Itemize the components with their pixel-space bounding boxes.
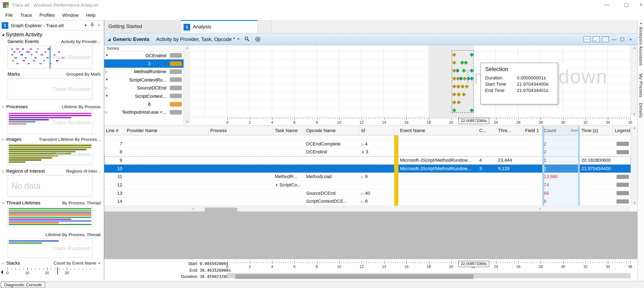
preset-dropdown-icon[interactable]: ▾	[238, 37, 239, 41]
graph-only-view-icon[interactable]	[593, 36, 600, 42]
scroll-down-icon[interactable]: ∨	[631, 111, 638, 117]
series-row[interactable]: ▼DCEndInit	[104, 51, 184, 60]
table-row[interactable]: 7DCEndComplete▷42	[104, 140, 631, 148]
table-row[interactable]: 14ScriptContextDCE...▷88	[104, 198, 631, 206]
scroll-right-icon[interactable]: ›	[537, 206, 543, 212]
expander-icon[interactable]: ▷	[2, 169, 6, 173]
table-row[interactable]: 13SourceDCEnd▷4066	[104, 189, 631, 197]
column-header-provider[interactable]: Provider Name	[125, 126, 208, 135]
column-header-time[interactable]: Time (s)	[580, 126, 613, 135]
graph-item-marks[interactable]: Marks Grouped By Mark	[0, 71, 104, 77]
series-expander-icon[interactable]: ▼	[105, 54, 109, 57]
thumbnail-marks[interactable]: Trace Rundown	[8, 78, 92, 100]
pin-icon[interactable]	[89, 23, 96, 28]
tab-my-presets[interactable]: My Presets	[638, 74, 644, 98]
tab-analysis-assistant[interactable]: Analysis Assistant	[638, 27, 644, 66]
column-header-line[interactable]: Line #	[104, 126, 125, 135]
expander-icon[interactable]: ▷	[2, 105, 6, 108]
scroll-up-icon[interactable]: ∧	[631, 45, 638, 51]
graph-item-images[interactable]: ▷ Images Transient Lifetime By Process..…	[0, 136, 104, 142]
column-header-c[interactable]: C...	[478, 126, 496, 135]
scroll-left-icon[interactable]: ‹	[190, 206, 196, 212]
gear-icon[interactable]	[255, 36, 260, 42]
graph-item-generic-events[interactable]: Generic Events Activity by Provide...	[0, 38, 104, 45]
series-row[interactable]: 3	[104, 60, 184, 68]
series-expander-icon[interactable]: ▷	[105, 110, 109, 114]
series-row[interactable]: ▼ScriptContext...	[104, 92, 184, 100]
minimize-button[interactable]: —	[600, 0, 613, 9]
row-expander-icon[interactable]: ▼	[361, 151, 364, 154]
strip-menu-icon[interactable]: ▾	[638, 22, 644, 26]
column-header-field1[interactable]: Field 1	[524, 126, 542, 135]
series-expander-icon[interactable]: ▼	[105, 94, 109, 98]
thumbnail-thread-lifetimes[interactable]	[8, 207, 92, 227]
view-close-icon[interactable]: ×	[627, 37, 634, 42]
view-minimize-icon[interactable]: —	[611, 37, 617, 42]
diagnostic-console-button[interactable]: Diagnostic Console	[1, 282, 45, 288]
collapse-panel-icon[interactable]	[1, 270, 3, 274]
table-row[interactable]: 12▼ScriptCo...74	[104, 181, 631, 189]
series-expander-icon[interactable]: ▷	[105, 86, 109, 90]
column-header-opcode[interactable]: Opcode Name	[304, 126, 360, 135]
table-only-view-icon[interactable]	[602, 36, 609, 42]
menu-trace[interactable]: Trace	[16, 10, 36, 20]
table-row[interactable]: 11MethodR...MethodLoad▷913,860	[104, 173, 631, 181]
table-row[interactable]: 10Microsoft-JScript/MethodRundow...39,12…	[104, 165, 631, 173]
tab-getting-started[interactable]: Getting Started	[104, 20, 181, 33]
preset-selector[interactable]: Activity by Provider, Task, Opcode *	[156, 36, 235, 42]
scroll-up-icon[interactable]: ∧	[631, 125, 638, 131]
column-header-count[interactable]: Count Sum	[542, 126, 580, 135]
row-expander-icon[interactable]: ▷	[361, 200, 364, 204]
panel-menu-icon[interactable]: ▾	[82, 23, 89, 28]
column-header-legend[interactable]: Legend	[613, 126, 631, 135]
series-column-header[interactable]: Series	[104, 45, 184, 51]
column-header-id[interactable]: Id	[360, 126, 394, 135]
series-row[interactable]: ▼ScriptContextRu...	[104, 76, 184, 84]
scrollbar-thumb[interactable]	[235, 274, 474, 279]
row-expander-icon[interactable]: ▼	[275, 184, 278, 187]
column-header-thread[interactable]: Thre...	[496, 126, 524, 135]
panel-scroll-down-icon[interactable]: ▼	[98, 261, 100, 264]
section-expander-icon[interactable]: ◢	[2, 32, 6, 36]
scroll-down-icon[interactable]: ∨	[631, 200, 638, 206]
expander-icon[interactable]: ▷	[2, 201, 6, 205]
graph-and-table-view-icon[interactable]	[584, 36, 590, 42]
thumbnail-processes[interactable]: Trace Rundown	[8, 111, 92, 134]
menu-help[interactable]: Help	[82, 10, 99, 20]
thumbnail-regions[interactable]: No data	[8, 175, 92, 197]
column-header-process[interactable]: Process	[208, 126, 273, 135]
thumbnail-generic-events[interactable]: Trace Rundown	[8, 46, 92, 69]
bottom-time-axis[interactable]: 22.008573366s 02468101214161820222426283…	[190, 259, 631, 272]
series-row[interactable]: ▷MethodRuntime	[104, 68, 184, 76]
column-header-event-name[interactable]: Event Name	[398, 126, 478, 135]
scrollbar-thumb[interactable]	[204, 207, 238, 212]
series-row[interactable]: 8	[104, 100, 184, 108]
row-expander-icon[interactable]: ▷	[361, 142, 364, 146]
table-row[interactable]: 6MethodDCEnd▷619,030	[104, 135, 631, 140]
section-system-activity[interactable]: ◢ System Activity	[0, 31, 104, 38]
menu-file[interactable]: File	[2, 10, 16, 20]
menu-profiles[interactable]: Profiles	[36, 10, 58, 20]
scroll-down-icon[interactable]: ∨	[184, 119, 190, 124]
view-maximize-icon[interactable]: ▢	[619, 36, 626, 42]
table-horizontal-scrollbar[interactable]: ‹ ›	[190, 206, 543, 212]
graph-expander-icon[interactable]: ◢	[108, 37, 110, 41]
row-expander-icon[interactable]: ▷	[361, 192, 364, 195]
table-row[interactable]: 8DCEndInit▼32	[104, 148, 631, 156]
series-scrollbar[interactable]: ∧ ∨	[184, 45, 190, 124]
chart-time-axis[interactable]: 22.008573366s 02468101214161820222426283…	[190, 117, 631, 125]
scroll-up-icon[interactable]: ∧	[184, 45, 190, 51]
expander-icon[interactable]: ▷	[2, 137, 6, 141]
tab-analysis[interactable]: 1 Analysis	[181, 20, 258, 33]
thumbnail-images[interactable]: Trace Rundown	[8, 143, 92, 165]
close-button[interactable]: ×	[635, 0, 644, 9]
graph-item-stacks[interactable]: ▷ Stacks Count by Event Name ▼	[0, 260, 104, 266]
series-expander-icon[interactable]: ▼	[105, 78, 109, 82]
row-expander-icon[interactable]: ▷	[361, 175, 364, 179]
tab-details[interactable]: Details	[638, 103, 644, 118]
table-vertical-scrollbar[interactable]: ∧ ∨	[631, 125, 637, 206]
generic-events-chart[interactable]: Trace Rundown Selection Duration0.000000…	[190, 45, 631, 117]
graph-item-regions-of-interest[interactable]: ▷ Regions of Interest Regions of Inter..…	[0, 168, 104, 174]
menu-window[interactable]: Window	[58, 10, 82, 20]
series-row[interactable]: ▷TextInputHost.exe <...	[104, 108, 184, 116]
